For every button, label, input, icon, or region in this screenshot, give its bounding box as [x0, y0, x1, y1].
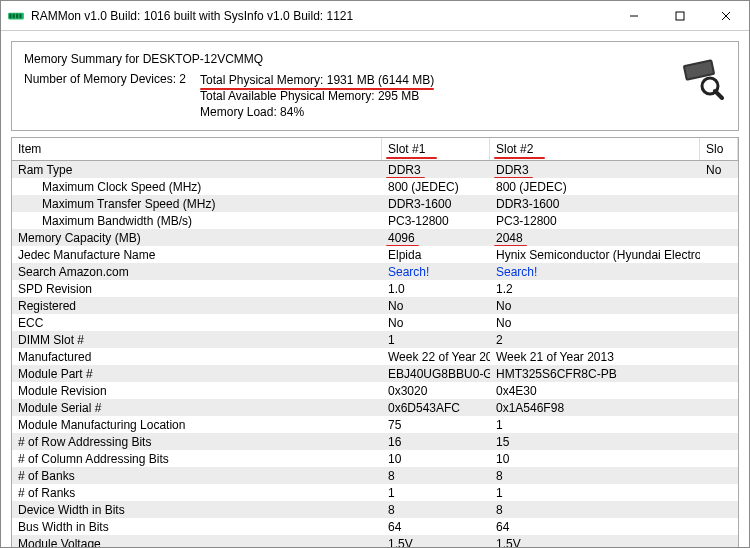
table-row[interactable]: Memory Capacity (MB)40962048	[12, 229, 738, 246]
window-title: RAMMon v1.0 Build: 1016 built with SysIn…	[31, 9, 611, 23]
row-value: 8	[490, 501, 700, 518]
minimize-button[interactable]	[611, 1, 657, 31]
table-row[interactable]: Module Serial #0x6D543AFC0x1A546F98	[12, 399, 738, 416]
row-value: DDR3	[382, 161, 490, 178]
row-value: 0x6D543AFC	[382, 399, 490, 416]
row-label: Ram Type	[12, 161, 382, 178]
row-value[interactable]: Search!	[490, 263, 700, 280]
svg-line-12	[715, 91, 722, 98]
column-header-slot2[interactable]: Slot #2	[490, 138, 700, 160]
row-value: No	[382, 314, 490, 331]
row-value: 75	[382, 416, 490, 433]
table-row[interactable]: Jedec Manufacture NameElpidaHynix Semico…	[12, 246, 738, 263]
row-value: 4096	[382, 229, 490, 246]
row-value: 1.2	[490, 280, 700, 297]
row-value	[700, 246, 738, 263]
row-value: Week 21 of Year 2013	[490, 348, 700, 365]
row-value: 1	[490, 484, 700, 501]
memory-summary-panel: Memory Summary for DESKTOP-12VCMMQ Numbe…	[11, 41, 739, 131]
row-label: Module Voltage	[12, 535, 382, 548]
row-value	[700, 314, 738, 331]
row-value: 1.0	[382, 280, 490, 297]
row-value: 0x1A546F98	[490, 399, 700, 416]
table-row[interactable]: Maximum Transfer Speed (MHz)DDR3-1600DDR…	[12, 195, 738, 212]
table-row[interactable]: Module Manufacturing Location751	[12, 416, 738, 433]
row-value: No	[490, 314, 700, 331]
row-label: SPD Revision	[12, 280, 382, 297]
svg-rect-4	[19, 13, 21, 18]
row-value: 10	[382, 450, 490, 467]
row-value: 8	[382, 501, 490, 518]
table-row[interactable]: ECCNoNo	[12, 314, 738, 331]
svg-rect-3	[16, 13, 18, 18]
ram-search-icon	[680, 56, 724, 103]
row-value: 2048	[490, 229, 700, 246]
table-row[interactable]: SPD Revision1.01.2	[12, 280, 738, 297]
svg-rect-1	[9, 13, 11, 18]
table-row[interactable]: DIMM Slot #12	[12, 331, 738, 348]
row-value	[700, 484, 738, 501]
table-row[interactable]: Module Revision0x30200x4E30	[12, 382, 738, 399]
row-value: PC3-12800	[490, 212, 700, 229]
summary-header: Memory Summary for DESKTOP-12VCMMQ	[24, 52, 726, 66]
column-header-item[interactable]: Item	[12, 138, 382, 160]
table-row[interactable]: # of Column Addressing Bits1010	[12, 450, 738, 467]
row-value[interactable]: Search!	[382, 263, 490, 280]
table-row[interactable]: ManufacturedWeek 22 of Year 2012Week 21 …	[12, 348, 738, 365]
column-header-slot1[interactable]: Slot #1	[382, 138, 490, 160]
row-value	[700, 433, 738, 450]
table-row[interactable]: Module Voltage1.5V1.5V	[12, 535, 738, 548]
row-value	[700, 178, 738, 195]
row-value	[700, 195, 738, 212]
table-row[interactable]: # of Row Addressing Bits1615	[12, 433, 738, 450]
maximize-button[interactable]	[657, 1, 703, 31]
close-button[interactable]	[703, 1, 749, 31]
row-value	[700, 467, 738, 484]
row-value	[700, 365, 738, 382]
row-value: Week 22 of Year 2012	[382, 348, 490, 365]
memory-devices-count: Number of Memory Devices: 2	[24, 72, 186, 86]
table-row[interactable]: Maximum Bandwidth (MB/s)PC3-12800PC3-128…	[12, 212, 738, 229]
column-header-slot3[interactable]: Slo	[700, 138, 738, 160]
table-row[interactable]: RegisteredNoNo	[12, 297, 738, 314]
row-value	[700, 348, 738, 365]
row-value	[700, 382, 738, 399]
row-value: 16	[382, 433, 490, 450]
row-value: 1	[490, 416, 700, 433]
window-controls	[611, 1, 749, 31]
row-label: Memory Capacity (MB)	[12, 229, 382, 246]
row-value	[700, 212, 738, 229]
row-label: # of Column Addressing Bits	[12, 450, 382, 467]
row-value: Elpida	[382, 246, 490, 263]
row-value: 64	[490, 518, 700, 535]
window-titlebar: RAMMon v1.0 Build: 1016 built with SysIn…	[1, 1, 749, 31]
row-label: Device Width in Bits	[12, 501, 382, 518]
table-row[interactable]: Bus Width in Bits6464	[12, 518, 738, 535]
table-row[interactable]: Search Amazon.comSearch!Search!	[12, 263, 738, 280]
row-value: DDR3-1600	[382, 195, 490, 212]
row-value	[700, 331, 738, 348]
row-label: DIMM Slot #	[12, 331, 382, 348]
row-value: 0x4E30	[490, 382, 700, 399]
row-value: 8	[382, 467, 490, 484]
row-label: Maximum Bandwidth (MB/s)	[12, 212, 382, 229]
row-value: 8	[490, 467, 700, 484]
row-value: 1	[382, 331, 490, 348]
row-value: 1	[382, 484, 490, 501]
table-row[interactable]: Ram TypeDDR3DDR3No	[12, 161, 738, 178]
row-value: 1.5V	[382, 535, 490, 548]
row-label: # of Ranks	[12, 484, 382, 501]
table-row[interactable]: # of Ranks11	[12, 484, 738, 501]
table-row[interactable]: Module Part #EBJ40UG8BBU0-GN-FHMT325S6CF…	[12, 365, 738, 382]
row-value	[700, 297, 738, 314]
table-row[interactable]: # of Banks88	[12, 467, 738, 484]
row-label: Maximum Clock Speed (MHz)	[12, 178, 382, 195]
row-value	[700, 416, 738, 433]
row-label: ECC	[12, 314, 382, 331]
table-row[interactable]: Maximum Clock Speed (MHz)800 (JEDEC)800 …	[12, 178, 738, 195]
row-value: EBJ40UG8BBU0-GN-F	[382, 365, 490, 382]
row-value: Hynix Semiconductor (Hyundai Electronics…	[490, 246, 700, 263]
table-row[interactable]: Device Width in Bits88	[12, 501, 738, 518]
total-available-memory: Total Available Physical Memory: 295 MB	[200, 88, 434, 104]
row-value	[700, 518, 738, 535]
